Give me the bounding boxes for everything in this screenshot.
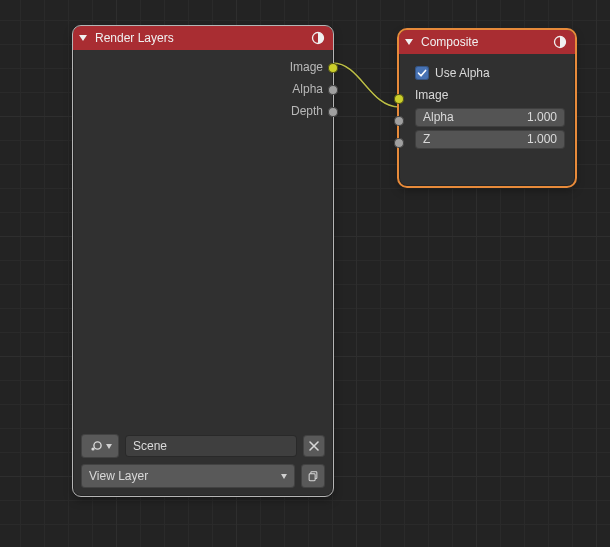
composite-node[interactable]: Composite Use Alpha Image Alpha xyxy=(399,30,575,186)
socket-dot-alpha[interactable] xyxy=(328,85,338,95)
preview-icon[interactable] xyxy=(311,31,325,45)
output-image: Image xyxy=(83,56,323,78)
input-alpha: Alpha 1.000 xyxy=(409,106,565,128)
node-header[interactable]: Render Layers xyxy=(73,26,333,50)
chevron-down-icon xyxy=(106,444,112,449)
scene-unlink-button[interactable] xyxy=(303,435,325,457)
view-layer-select[interactable]: View Layer xyxy=(81,464,295,488)
view-layer-label: View Layer xyxy=(89,469,148,483)
compositor-node-editor[interactable]: Render Layers Image Alpha Depth xyxy=(0,0,610,547)
use-alpha-label: Use Alpha xyxy=(435,66,490,80)
socket-label: Image xyxy=(290,60,323,74)
output-alpha: Alpha xyxy=(83,78,323,100)
node-title: Composite xyxy=(421,35,547,49)
scene-name-text: Scene xyxy=(133,439,167,453)
socket-dot-depth[interactable] xyxy=(328,107,338,117)
render-layers-node[interactable]: Render Layers Image Alpha Depth xyxy=(73,26,333,496)
check-icon xyxy=(417,68,427,78)
z-field-label: Z xyxy=(423,132,430,146)
svg-point-2 xyxy=(91,447,94,450)
output-sockets: Image Alpha Depth xyxy=(73,50,333,126)
node-title: Render Layers xyxy=(95,31,305,45)
z-field-value: 1.000 xyxy=(527,132,557,146)
socket-label: Depth xyxy=(291,104,323,118)
z-field[interactable]: Z 1.000 xyxy=(415,130,565,149)
chevron-down-icon xyxy=(281,474,287,479)
socket-dot-alpha[interactable] xyxy=(394,116,404,126)
collapse-triangle-icon[interactable] xyxy=(79,35,87,41)
socket-dot-image[interactable] xyxy=(328,63,338,73)
alpha-field[interactable]: Alpha 1.000 xyxy=(415,108,565,127)
composite-body: Use Alpha Image Alpha 1.000 Z 1.000 xyxy=(399,54,575,154)
close-icon xyxy=(308,440,320,452)
socket-label: Alpha xyxy=(292,82,323,96)
scene-icon xyxy=(88,438,104,454)
collapse-triangle-icon[interactable] xyxy=(405,39,413,45)
input-image: Image xyxy=(409,84,565,106)
socket-dot-z[interactable] xyxy=(394,138,404,148)
preview-icon[interactable] xyxy=(553,35,567,49)
alpha-field-value: 1.000 xyxy=(527,110,557,124)
svg-rect-4 xyxy=(309,474,315,481)
socket-dot-image[interactable] xyxy=(394,94,404,104)
node-footer: Scene View Layer xyxy=(81,434,325,488)
scene-name-input[interactable]: Scene xyxy=(125,435,297,457)
alpha-field-label: Alpha xyxy=(423,110,454,124)
socket-label: Image xyxy=(415,88,448,102)
view-layer-browse-button[interactable] xyxy=(301,464,325,488)
svg-point-1 xyxy=(94,442,101,449)
output-depth: Depth xyxy=(83,100,323,122)
node-header[interactable]: Composite xyxy=(399,30,575,54)
use-alpha-checkbox[interactable] xyxy=(415,66,429,80)
input-z: Z 1.000 xyxy=(409,128,565,150)
use-alpha-row: Use Alpha xyxy=(409,62,565,84)
scene-browse-button[interactable] xyxy=(81,434,119,458)
layers-icon xyxy=(307,470,319,482)
